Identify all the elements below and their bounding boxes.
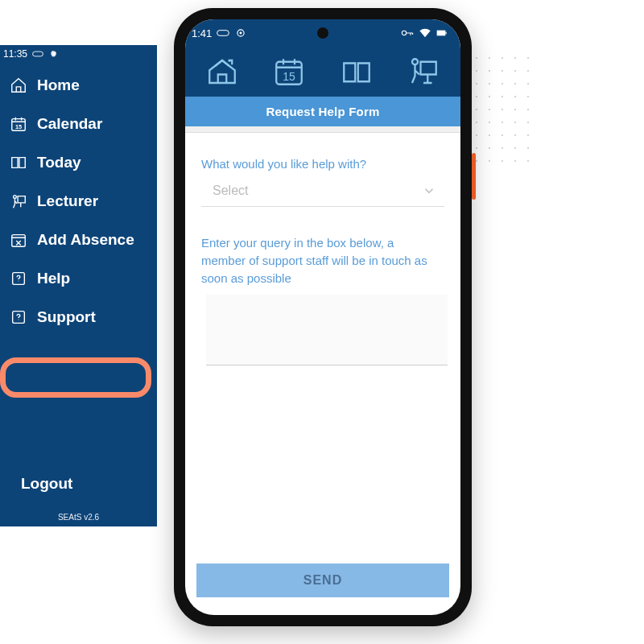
svg-point-16 (412, 59, 418, 64)
tab-lecturer[interactable] (401, 53, 446, 90)
tab-calendar[interactable]: 15 (266, 53, 312, 90)
svg-rect-0 (33, 52, 43, 56)
calendar-icon: 15 (272, 55, 306, 89)
tab-bar: 15 (185, 47, 460, 97)
help-form: What would you like help with? Select En… (185, 133, 460, 551)
battery-icon (436, 27, 449, 39)
home-icon (205, 55, 239, 89)
sidebar-item-label: Calendar (37, 115, 102, 133)
sidebar-item-label: Add Absence (37, 231, 134, 249)
svg-rect-12 (437, 31, 446, 36)
gear-icon (48, 50, 60, 58)
phone-mockup: 1:41 15 Request Help Form What wo (174, 8, 472, 626)
sidebar-item-help[interactable]: Help (2, 259, 155, 298)
phone-screen: 1:41 15 Request Help Form What wo (185, 19, 460, 615)
svg-point-11 (402, 31, 406, 35)
gear-icon (234, 27, 247, 39)
status-clock: 1:41 (192, 27, 212, 39)
svg-rect-8 (217, 31, 229, 36)
query-textarea[interactable] (206, 295, 448, 365)
sidebar-item-label: Home (37, 76, 80, 94)
tab-today[interactable] (334, 53, 379, 90)
sidebar-item-label: Today (37, 154, 81, 171)
tab-home[interactable] (200, 53, 245, 90)
sidebar-clock: 11:35 (3, 48, 27, 60)
select-placeholder: Select (213, 184, 248, 198)
sidebar-item-support[interactable]: Support (2, 298, 155, 336)
voicemail-icon (32, 50, 43, 58)
calendar-x-icon (10, 231, 27, 249)
sidebar-menu: Home 15 Calendar Today Lecturer Add Abse… (0, 66, 157, 336)
sidebar-item-label: Help (37, 270, 70, 287)
svg-text:15: 15 (15, 123, 22, 130)
home-icon (10, 76, 27, 94)
svg-rect-5 (12, 235, 26, 247)
svg-point-10 (240, 32, 242, 35)
lecturer-icon (407, 55, 440, 89)
help-icon (10, 308, 27, 326)
svg-point-4 (14, 196, 17, 199)
section-separator (185, 126, 460, 133)
svg-text:15: 15 (283, 70, 295, 83)
lecturer-icon (10, 192, 27, 210)
app-status-bar: 1:41 (185, 19, 460, 47)
topic-select[interactable]: Select (201, 177, 444, 207)
wifi-icon (419, 27, 431, 39)
sidebar-item-add-absence[interactable]: Add Absence (2, 221, 155, 259)
app-sidebar: 11:35 Home 15 Calendar Today Lecturer Ad… (0, 45, 157, 526)
svg-rect-13 (445, 32, 446, 35)
sidebar-item-calendar[interactable]: 15 Calendar (2, 105, 155, 143)
vpn-key-icon (401, 27, 414, 39)
version-label: SEAtS v2.6 (0, 513, 157, 522)
chevron-down-icon (422, 184, 436, 198)
sidebar-item-home[interactable]: Home (2, 66, 155, 105)
book-icon (340, 55, 374, 89)
sidebar-item-today[interactable]: Today (2, 143, 155, 182)
sidebar-status-bar: 11:35 (0, 45, 157, 66)
sidebar-item-lecturer[interactable]: Lecturer (2, 182, 155, 221)
send-button[interactable]: SEND (196, 564, 449, 597)
help-icon (10, 270, 27, 287)
page-title: Request Help Form (185, 97, 460, 126)
sidebar-item-label: Lecturer (37, 192, 98, 210)
voicemail-icon (217, 27, 229, 39)
query-instruction-label: Enter your query in the box below, a mem… (201, 234, 444, 287)
sidebar-logout[interactable]: Logout (0, 475, 157, 493)
calendar-icon: 15 (10, 115, 27, 133)
book-icon (10, 154, 27, 171)
topic-question-label: What would you like help with? (201, 157, 444, 171)
sidebar-item-label: Support (37, 308, 96, 326)
help-highlight-ring (0, 357, 151, 398)
